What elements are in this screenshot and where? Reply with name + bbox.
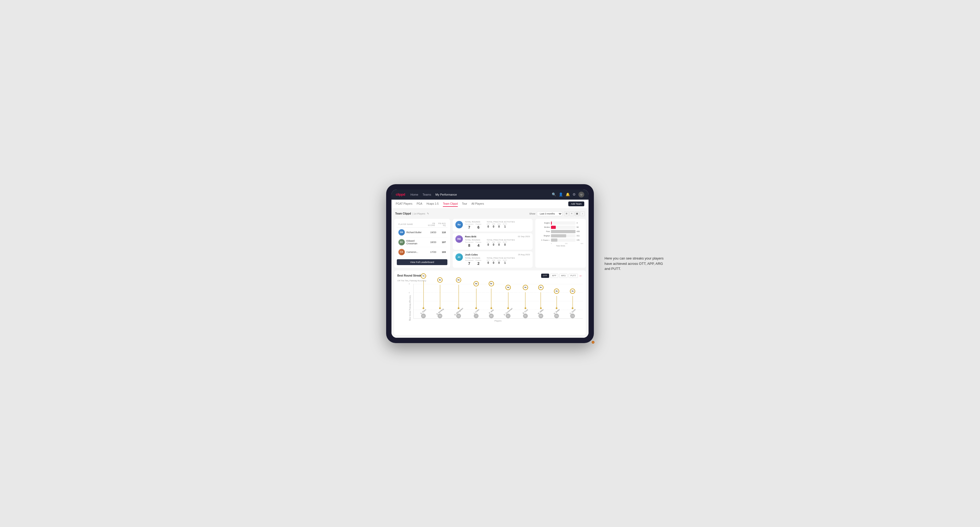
streak-line bbox=[541, 292, 541, 307]
person-icon[interactable]: 👤 bbox=[559, 192, 563, 197]
avatar: RB 1 bbox=[398, 229, 405, 236]
streak-dot bbox=[508, 307, 509, 309]
practice-activities-group: Total Practice Activities OTT 0 APP bbox=[487, 257, 515, 264]
show-controls: Show Last 3 months Last 6 months Last 12… bbox=[529, 211, 585, 216]
player-photo: EE bbox=[421, 314, 426, 318]
app-filter-button[interactable]: APP bbox=[550, 274, 558, 278]
bar-value: 131 bbox=[577, 239, 583, 241]
tournament-sub: Tournament 8 bbox=[465, 241, 474, 248]
nav-home[interactable]: Home bbox=[410, 192, 418, 197]
bar-fill bbox=[551, 234, 566, 237]
arg-stat: ARG 0 bbox=[497, 223, 501, 228]
view-leaderboard-button[interactable]: View Full Leaderboard bbox=[397, 259, 447, 265]
x-label: 0 bbox=[551, 243, 552, 244]
edit-icon[interactable]: ✎ bbox=[427, 212, 429, 215]
streak-filter-buttons: OTT APP ARG PUTT ← bbox=[541, 274, 583, 278]
show-row: Team Clippd | 14 Players ✎ Show Last 3 m… bbox=[394, 211, 586, 216]
streak-dot bbox=[525, 307, 526, 309]
list-view-icon[interactable]: ≡ bbox=[570, 211, 574, 216]
streak-bar-col: 3x C. Quick CQ bbox=[569, 296, 576, 318]
practice-value: 6 bbox=[477, 225, 480, 229]
table-row[interactable]: CA 3 Cameron... 17/20 103 bbox=[397, 247, 447, 257]
table-row[interactable]: RB 1 Richard Butler 19/20 110 bbox=[397, 227, 447, 237]
x-label: 400 bbox=[581, 243, 583, 244]
bar-value: 3 bbox=[577, 222, 583, 224]
streak-bar-col: 7x E. Ebert EE bbox=[420, 281, 426, 318]
add-team-button[interactable]: Add Team bbox=[568, 202, 584, 206]
streak-line bbox=[525, 292, 525, 307]
practice-sub: Practice 4 bbox=[476, 241, 482, 248]
col-pb-avg: PB AVG SQ bbox=[435, 222, 446, 226]
bar-container bbox=[551, 226, 576, 229]
nav-links: Home Teams My Performance bbox=[410, 192, 546, 197]
table-row[interactable]: EC 2 Edward Crossman 18/20 107 bbox=[397, 237, 447, 247]
card-info: Josh Coles 26 Aug 2023 Total Rounds Tour… bbox=[465, 253, 530, 266]
app-stat: APP 0 bbox=[492, 223, 495, 228]
streak-chart-area: Best Streak, Fairway Accuracy 8 bbox=[397, 284, 583, 332]
player-card[interactable]: Re Total Rounds Tournament 7 bbox=[453, 219, 533, 232]
streak-bar-col: 4x M. Miller MM bbox=[537, 292, 544, 318]
y-tick: 6 bbox=[409, 292, 410, 294]
annotation-text: Here you can see streaks your players ha… bbox=[605, 256, 668, 271]
subnav-team-clippd[interactable]: Team Clippd bbox=[443, 201, 458, 207]
streak-line bbox=[491, 289, 492, 307]
show-label: Show bbox=[529, 213, 535, 215]
player-name: Richard Butler bbox=[406, 231, 424, 234]
streak-bubble: 4x bbox=[538, 285, 544, 290]
bell-icon[interactable]: 🔔 bbox=[566, 192, 570, 197]
streak-line bbox=[557, 296, 557, 307]
bar-fill bbox=[551, 238, 557, 242]
team-title: Team Clippd bbox=[395, 212, 411, 215]
logo: clippd bbox=[396, 192, 405, 197]
subnav-all-players[interactable]: All Players bbox=[471, 201, 484, 207]
x-axis-label: Players bbox=[413, 320, 583, 322]
card-view-icon[interactable]: ▦ bbox=[575, 211, 579, 216]
total-rounds-group: Total Rounds Tournament 8 Practice bbox=[465, 239, 481, 248]
player-count: | 14 Players bbox=[412, 213, 425, 215]
player-card-josh[interactable]: JC Josh Coles 26 Aug 2023 Total Rounds bbox=[453, 251, 533, 268]
streak-line bbox=[423, 281, 424, 307]
filter-arrow-icon[interactable]: ← bbox=[579, 274, 583, 278]
bar-fill bbox=[551, 221, 552, 225]
streak-line bbox=[573, 296, 573, 307]
subnav-hcaps[interactable]: Hcaps 1-5 bbox=[426, 201, 439, 207]
chart-x-title: Total Shots bbox=[538, 245, 583, 247]
tournament-value: 7 bbox=[468, 225, 470, 229]
streak-bubble: 3x bbox=[554, 289, 559, 294]
search-icon[interactable]: 🔍 bbox=[552, 192, 556, 197]
player-card-rees[interactable]: RB Rees Britt 02 Sep 2023 Total Rounds bbox=[453, 233, 533, 250]
player-score: 17/20 bbox=[426, 251, 436, 253]
streak-line bbox=[440, 285, 440, 307]
subnav-tour[interactable]: Tour bbox=[462, 201, 467, 207]
subnav-pga[interactable]: PGA bbox=[417, 201, 422, 207]
avatar: CA 3 bbox=[398, 249, 405, 255]
ott-filter-button[interactable]: OTT bbox=[541, 274, 549, 278]
streak-dot bbox=[572, 307, 573, 309]
sub-nav: PGAT Players PGA Hcaps 1-5 Team Clippd T… bbox=[391, 200, 589, 209]
player-score: 19/20 bbox=[426, 231, 436, 234]
nav-teams[interactable]: Teams bbox=[423, 192, 431, 197]
bar-label: Eagles bbox=[538, 222, 550, 224]
bar-label: D. Bogeys + bbox=[538, 239, 550, 241]
bar-row-dbogeys: D. Bogeys + 131 bbox=[538, 238, 583, 242]
putt-filter-button[interactable]: PUTT bbox=[568, 274, 578, 278]
table-view-icon[interactable]: ↕ bbox=[580, 211, 585, 216]
bar-fill bbox=[551, 230, 576, 233]
player-avg: 110 bbox=[438, 231, 446, 234]
grid-view-icon[interactable]: ⊞ bbox=[564, 211, 569, 216]
bar-label: Birdies bbox=[538, 226, 550, 228]
streak-bar-col: 6x D. Billingham DB bbox=[453, 285, 464, 318]
player-name: Cameron... bbox=[406, 251, 424, 253]
bar-chart: Eagles 3 Birdies bbox=[538, 221, 583, 242]
time-range-select[interactable]: Last 3 months Last 6 months Last 12 mont… bbox=[537, 211, 562, 216]
player-label: R. Britt bbox=[488, 309, 494, 314]
main-content: Team Clippd | 14 Players ✎ Show Last 3 m… bbox=[391, 209, 589, 338]
card-player-name: Rees Britt bbox=[465, 235, 476, 238]
nav-my-performance[interactable]: My Performance bbox=[435, 192, 457, 197]
subnav-pgat[interactable]: PGAT Players bbox=[396, 201, 412, 207]
user-avatar[interactable]: U bbox=[578, 192, 584, 197]
arg-filter-button[interactable]: ARG bbox=[559, 274, 568, 278]
streaks-section: Best Round Streaks ← OTT APP ARG PUTT ← … bbox=[394, 270, 586, 335]
settings-icon[interactable]: ⚙ bbox=[573, 192, 576, 197]
player-avg: 107 bbox=[438, 241, 446, 243]
